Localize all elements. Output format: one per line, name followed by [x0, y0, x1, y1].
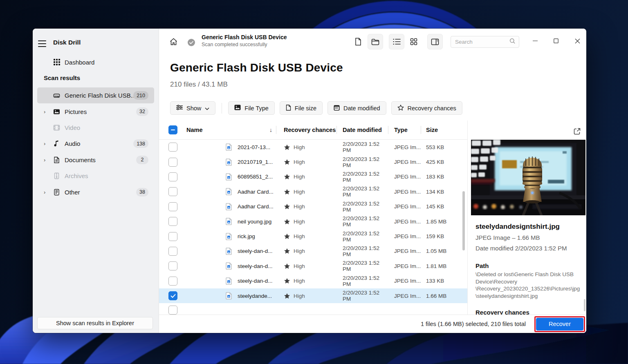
- sidebar-item-device[interactable]: Generic Flash Disk USB... 210: [37, 87, 154, 103]
- sidebar-item-documents[interactable]: › Documents 2: [37, 152, 154, 168]
- date-modified: 2/20/2023 1:52 PM: [337, 156, 388, 168]
- table-row[interactable]: 60895851_2... High 2/20/2023 1:52 PM JPE…: [159, 170, 467, 184]
- date-modified-filter-button[interactable]: Date modified: [327, 101, 386, 115]
- sort-descending-icon: ↓: [269, 127, 272, 133]
- row-checkbox-checked[interactable]: [168, 291, 177, 300]
- scan-results-section-label: Scan results: [44, 74, 80, 81]
- date-modified: 2/20/2023 1:52 PM: [337, 141, 388, 153]
- chevron-right-icon[interactable]: ›: [44, 141, 48, 146]
- file-size: 1.81 MB: [421, 263, 460, 269]
- table-row-selected[interactable]: steelydande... High 2/20/2023 1:52 PM JP…: [159, 288, 467, 303]
- sidebar-item-dashboard[interactable]: Dashboard: [37, 54, 153, 70]
- table-row[interactable]: 20210719_1... High 2/20/2023 1:52 PM JPE…: [159, 154, 467, 169]
- show-filter-button[interactable]: Show: [170, 101, 215, 115]
- row-checkbox[interactable]: [168, 187, 177, 196]
- other-files-icon: [53, 189, 60, 196]
- pictures-icon: [53, 108, 60, 115]
- file-size: 425 KB: [421, 159, 460, 165]
- preview-panel-toggle-button[interactable]: [427, 34, 443, 49]
- sidebar-item-audio[interactable]: › Audio 138: [37, 136, 154, 152]
- file-type: JPEG Im...: [388, 233, 421, 239]
- calendar-icon: [334, 105, 340, 112]
- file-size: 553 KB: [421, 144, 460, 150]
- chevron-right-icon[interactable]: ›: [44, 109, 48, 114]
- search-input[interactable]: [455, 39, 509, 45]
- row-checkbox[interactable]: [168, 261, 177, 270]
- column-header-name[interactable]: Name ↓: [177, 121, 276, 139]
- row-checkbox[interactable]: [168, 202, 177, 211]
- row-checkbox[interactable]: [168, 172, 177, 181]
- sidebar-item-label: Generic Flash Disk USB...: [65, 92, 133, 99]
- sidebar-item-other[interactable]: › Other 38: [37, 184, 154, 200]
- table-row[interactable]: neil young.jpg High 2/20/2023 1:52 PM JP…: [159, 214, 467, 229]
- preview-filename: steelydandesigntshirt.jpg: [475, 223, 560, 231]
- file-name: neil young.jpg: [238, 219, 271, 225]
- table-row[interactable]: steely-dan-d... High 2/20/2023 1:52 PM J…: [159, 259, 467, 273]
- column-header-type[interactable]: Type: [388, 121, 421, 139]
- preview-path-label: Path: [475, 262, 489, 269]
- preview-file-meta: JPEG Image – 1.66 MB: [475, 234, 540, 241]
- row-checkbox[interactable]: [168, 277, 177, 286]
- documents-icon: [53, 156, 60, 163]
- app-title: Disk Drill: [53, 39, 81, 46]
- table-row-partial[interactable]: [159, 303, 467, 315]
- sidebar-item-label: Audio: [65, 140, 133, 147]
- row-checkbox[interactable]: [168, 306, 177, 315]
- table-row[interactable]: Aadhar Card... High 2/20/2023 1:52 PM JP…: [159, 199, 467, 214]
- table-row[interactable]: steely-dan-d... High 2/20/2023 1:52 PM J…: [159, 274, 467, 288]
- file-size-filter-button[interactable]: File size: [280, 101, 323, 115]
- file-type-filter-button[interactable]: File Type: [228, 101, 275, 115]
- recovery-chance: High: [294, 263, 305, 269]
- minimize-button[interactable]: [526, 33, 545, 48]
- table-row[interactable]: rick.jpg High 2/20/2023 1:52 PM JPEG Im.…: [159, 229, 467, 243]
- chevron-right-icon[interactable]: ›: [44, 157, 48, 163]
- table-row[interactable]: 2021-07-13... High 2/20/2023 1:52 PM JPE…: [159, 140, 467, 154]
- sidebar: Disk Drill Dashboard Scan results: [33, 29, 159, 333]
- star-icon: [397, 105, 404, 112]
- row-checkbox[interactable]: [168, 247, 177, 256]
- recovery-chance: High: [294, 203, 305, 210]
- date-modified: 2/20/2023 1:52 PM: [337, 230, 388, 243]
- row-checkbox[interactable]: [168, 232, 177, 241]
- file-name: steely-dan-d...: [238, 263, 273, 269]
- show-filter-label: Show: [186, 105, 201, 112]
- column-header-recovery[interactable]: Recovery chances: [276, 121, 337, 139]
- maximize-button[interactable]: [547, 33, 565, 48]
- row-checkbox[interactable]: [168, 143, 177, 152]
- sidebar-item-archives[interactable]: Archives: [37, 168, 154, 184]
- folder-view-button[interactable]: [368, 34, 383, 49]
- table-row[interactable]: Aadhar Card... High 2/20/2023 1:52 PM JP…: [159, 184, 467, 199]
- disk-drill-window: Disk Drill Dashboard Scan results: [33, 29, 586, 333]
- selection-summary: 1 files (1.66 MB) selected, 210 files to…: [421, 321, 526, 327]
- sidebar-item-video[interactable]: Video: [37, 120, 154, 136]
- chevron-right-icon[interactable]: ›: [44, 190, 48, 195]
- column-header-size[interactable]: Size: [421, 121, 460, 139]
- show-in-explorer-button[interactable]: Show scan results in Explorer: [37, 317, 153, 329]
- file-view-button[interactable]: [350, 34, 366, 49]
- preview-scrollbar-thumb[interactable]: [584, 299, 585, 311]
- recovery-chance: High: [294, 248, 305, 254]
- file-type: JPEG Im...: [388, 159, 421, 165]
- recovery-chances-filter-button[interactable]: Recovery chances: [391, 101, 462, 115]
- row-checkbox[interactable]: [168, 158, 177, 167]
- home-button[interactable]: [166, 35, 180, 49]
- row-checkbox[interactable]: [168, 217, 177, 226]
- open-external-icon[interactable]: [571, 125, 583, 137]
- dashboard-grid-icon: [53, 59, 60, 66]
- table-scrollbar-thumb[interactable]: [462, 191, 465, 250]
- sidebar-item-pictures[interactable]: › Pictures 32: [37, 103, 154, 119]
- column-header-date[interactable]: Date modified: [337, 121, 388, 139]
- file-size: 134 KB: [421, 189, 460, 195]
- file-size: 1.66 MB: [421, 293, 460, 299]
- file-size-filter-label: File size: [295, 105, 316, 112]
- grid-view-button[interactable]: [406, 34, 422, 49]
- table-row[interactable]: steely-dan-d... High 2/20/2023 1:52 PM J…: [159, 244, 467, 259]
- date-modified: 2/20/2023 1:52 PM: [337, 275, 388, 287]
- date-modified: 2/20/2023 1:52 PM: [337, 245, 388, 257]
- list-view-button[interactable]: [389, 34, 404, 49]
- select-all-checkbox[interactable]: [168, 125, 177, 134]
- close-button[interactable]: [568, 33, 586, 48]
- hamburger-menu-icon[interactable]: [38, 38, 52, 50]
- file-name: 60895851_2...: [238, 174, 273, 180]
- recover-button[interactable]: Recover: [536, 318, 583, 331]
